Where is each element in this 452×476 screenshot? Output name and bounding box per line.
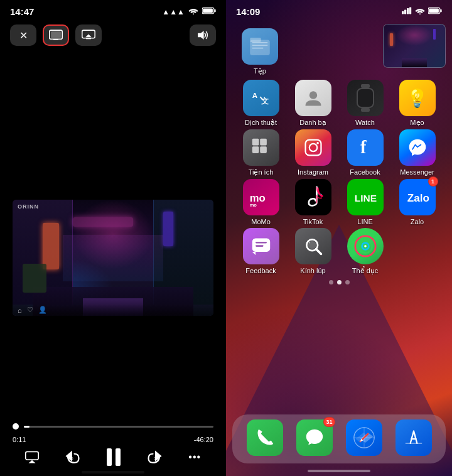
app-item-empty bbox=[395, 228, 440, 275]
svg-rect-47 bbox=[256, 242, 267, 244]
svg-rect-38 bbox=[305, 140, 321, 156]
svg-rect-35 bbox=[260, 139, 267, 146]
svg-rect-48 bbox=[256, 245, 263, 247]
app-icon-dichtuat: A 文 bbox=[243, 80, 279, 116]
svg-rect-15 bbox=[116, 448, 121, 466]
more-button[interactable]: ••• bbox=[188, 452, 201, 463]
right-signal-icon bbox=[402, 7, 412, 16]
svg-point-0 bbox=[193, 13, 194, 14]
video-thumbnail: ORINN ⌂ ♡ 👤 bbox=[13, 200, 213, 316]
close-button[interactable]: ✕ bbox=[10, 24, 36, 46]
zalo-badge: 1 bbox=[428, 176, 438, 187]
app-item-tiktok[interactable]: TikTok bbox=[291, 179, 336, 225]
app-icon-tep bbox=[242, 28, 278, 65]
volume-button[interactable] bbox=[190, 24, 216, 46]
current-time: 0:11 bbox=[13, 436, 26, 443]
app-item-tep[interactable]: Tệp bbox=[237, 28, 282, 77]
page-dot-1 bbox=[329, 280, 333, 284]
svg-text:15: 15 bbox=[69, 456, 73, 460]
app-icon-momo: mo mo bbox=[243, 179, 279, 215]
app-icon-line: LINE bbox=[347, 179, 384, 215]
app-icon-facebook: f bbox=[347, 129, 384, 166]
svg-rect-37 bbox=[260, 146, 267, 153]
app-item-feedback[interactable]: Feedback bbox=[239, 228, 284, 275]
app-icon-messenger bbox=[399, 129, 436, 166]
svg-marker-12 bbox=[28, 460, 35, 463]
svg-point-56 bbox=[364, 245, 367, 247]
signal-icon: ▲▲▲ bbox=[162, 8, 185, 16]
progress-dot bbox=[13, 423, 19, 430]
svg-marker-8 bbox=[85, 34, 91, 37]
app-item-facebook[interactable]: f Facebook bbox=[343, 129, 388, 176]
right-time: 14:09 bbox=[236, 6, 260, 17]
app-label-watch: Watch bbox=[355, 119, 375, 126]
video-watermark: ORINN bbox=[18, 203, 39, 210]
home-indicator-right bbox=[308, 470, 370, 472]
right-battery-icon bbox=[428, 7, 442, 16]
app-item-theduc[interactable]: Thể dục bbox=[343, 228, 388, 275]
svg-rect-28 bbox=[252, 45, 268, 46]
right-status-icons bbox=[402, 7, 442, 16]
svg-point-21 bbox=[419, 13, 421, 14]
app-label-zalo: Zalo bbox=[411, 218, 424, 225]
svg-point-33 bbox=[309, 91, 316, 99]
app-item-messenger[interactable]: Messenger bbox=[395, 129, 440, 176]
app-label-kinhlup: Kính lúp bbox=[300, 267, 325, 274]
dock-item-messages[interactable]: 31 bbox=[292, 419, 337, 458]
app-item-meo[interactable]: 💡 Mẹo bbox=[395, 80, 440, 127]
app-icon-meo: 💡 bbox=[399, 80, 436, 116]
left-panel: 14:47 ▲▲▲ ✕ bbox=[0, 0, 226, 476]
app-item-kinhlup[interactable]: Kính lúp bbox=[291, 228, 336, 275]
remaining-time: -46:20 bbox=[194, 436, 213, 443]
home-icon-small: ⌂ bbox=[18, 306, 22, 314]
app-label-tiktok: TikTok bbox=[303, 218, 323, 225]
app-item-momo[interactable]: mo mo MoMo bbox=[239, 179, 284, 225]
pause-button[interactable] bbox=[106, 448, 121, 466]
app-row-2: A 文 Dịch thuật Danh bạ bbox=[232, 80, 446, 127]
video-area: ORINN ⌂ ♡ 👤 bbox=[0, 50, 226, 466]
svg-rect-29 bbox=[252, 48, 264, 49]
dock-item-appstore[interactable] bbox=[391, 419, 436, 458]
skip-forward-button[interactable]: 15 bbox=[146, 448, 164, 466]
messages-badge: 31 bbox=[323, 417, 335, 427]
app-row-4: mo mo MoMo TikTok bbox=[232, 179, 446, 225]
dock-item-safari[interactable] bbox=[342, 419, 387, 458]
app-label-tienich: Tiện ích bbox=[249, 168, 274, 176]
app-icon-theduc bbox=[347, 228, 384, 264]
time-display: 0:11 -46:20 bbox=[13, 436, 213, 443]
app-row-3: Tiện ích Instagram f Face bbox=[232, 129, 446, 176]
screen-mirror-button[interactable] bbox=[43, 24, 69, 46]
heart-icon-small: ♡ bbox=[27, 306, 33, 314]
app-icon-watch bbox=[347, 80, 384, 116]
pip-preview[interactable] bbox=[383, 24, 446, 68]
app-icon-feedback bbox=[243, 228, 279, 264]
skip-back-button[interactable]: 15 bbox=[63, 448, 81, 466]
video-bottom-bar: ⌂ ♡ 👤 bbox=[13, 304, 213, 316]
right-panel: 14:09 bbox=[226, 0, 452, 476]
progress-track[interactable] bbox=[24, 426, 213, 428]
airplay-display-button[interactable] bbox=[75, 24, 102, 46]
app-item-danhba[interactable]: Danh bạ bbox=[291, 80, 336, 127]
page-dot-2 bbox=[337, 280, 342, 284]
app-item-line[interactable]: LINE LINE bbox=[343, 179, 388, 225]
airplay-button[interactable] bbox=[25, 451, 39, 463]
app-item-tienich[interactable]: Tiện ích bbox=[239, 129, 284, 176]
page-dots bbox=[226, 280, 452, 284]
app-item-instagram[interactable]: Instagram bbox=[291, 129, 336, 176]
app-item-dichtuat[interactable]: A 文 Dịch thuật bbox=[239, 80, 284, 127]
svg-text:Zalo: Zalo bbox=[407, 192, 428, 204]
app-label-dichtuat: Dịch thuật bbox=[245, 119, 277, 127]
app-item-zalo[interactable]: 1 Zalo Zalo bbox=[395, 179, 440, 225]
svg-rect-17 bbox=[402, 11, 404, 14]
svg-rect-23 bbox=[440, 9, 441, 13]
app-item-watch[interactable]: Watch bbox=[343, 80, 388, 127]
app-label-feedback: Feedback bbox=[245, 267, 276, 274]
person-icon-small: 👤 bbox=[38, 306, 47, 314]
svg-line-51 bbox=[316, 249, 321, 254]
svg-rect-26 bbox=[250, 38, 261, 42]
svg-rect-5 bbox=[51, 31, 61, 38]
dock-item-phone[interactable] bbox=[242, 419, 288, 458]
svg-rect-2 bbox=[214, 9, 215, 13]
svg-rect-9 bbox=[86, 38, 91, 40]
wifi-icon bbox=[188, 7, 198, 16]
